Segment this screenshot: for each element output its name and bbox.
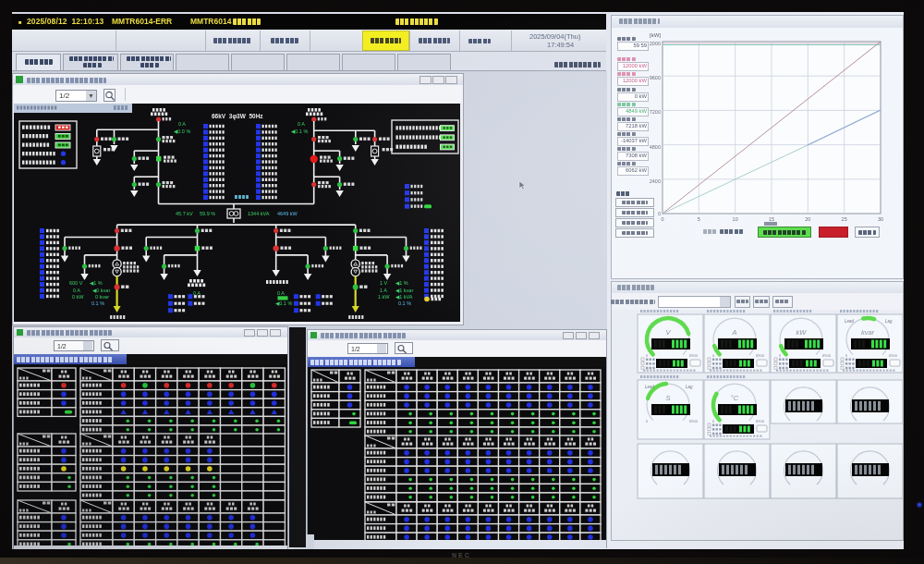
svg-text:0.1 %: 0.1 % bbox=[91, 300, 104, 306]
svg-text:6900: 6900 bbox=[689, 419, 699, 423]
svg-text:5: 5 bbox=[698, 216, 700, 222]
svg-text:600 V: 600 V bbox=[69, 280, 83, 286]
svg-text:10: 10 bbox=[733, 216, 738, 222]
svg-text:◀0.1 %: ◀0.1 % bbox=[291, 129, 308, 134]
svg-text:0 A: 0 A bbox=[193, 290, 201, 296]
svg-text:4800: 4800 bbox=[650, 144, 661, 150]
svg-text:0: 0 bbox=[661, 216, 663, 222]
svg-text:45.7 kV: 45.7 kV bbox=[176, 211, 193, 216]
svg-text:Lead: Lead bbox=[845, 319, 855, 324]
svg-text:0 kW: 0 kW bbox=[72, 294, 84, 300]
svg-text:Lag: Lag bbox=[885, 319, 893, 324]
svg-text:7200: 7200 bbox=[650, 109, 661, 115]
svg-text:0 A: 0 A bbox=[298, 121, 305, 127]
svg-text:A: A bbox=[731, 328, 736, 337]
svg-text:59.9 %: 59.9 % bbox=[200, 211, 215, 216]
svg-text:0 A: 0 A bbox=[178, 121, 186, 127]
svg-text:1344 kVA: 1344 kVA bbox=[248, 211, 270, 216]
svg-text:◀1 kvar: ◀1 kvar bbox=[395, 288, 413, 293]
svg-text:◀0.1 %: ◀0.1 % bbox=[275, 300, 292, 306]
svg-text:15: 15 bbox=[769, 216, 774, 222]
svg-text:25: 25 bbox=[842, 216, 847, 222]
svg-text:20: 20 bbox=[805, 216, 810, 222]
svg-text:0.1 %: 0.1 % bbox=[398, 300, 411, 306]
svg-text:kW: kW bbox=[796, 328, 808, 337]
svg-text:0 kvar: 0 kvar bbox=[95, 294, 109, 300]
svg-text:0 A: 0 A bbox=[73, 288, 80, 293]
svg-text:6900: 6900 bbox=[756, 353, 765, 358]
svg-text:0 A: 0 A bbox=[277, 290, 285, 296]
svg-text:6900: 6900 bbox=[756, 419, 765, 423]
svg-text:◀0 kvar: ◀0 kvar bbox=[92, 288, 110, 293]
svg-text:Lead: Lead bbox=[645, 385, 655, 389]
svg-text:S: S bbox=[665, 394, 670, 402]
svg-text:9600: 9600 bbox=[650, 75, 661, 80]
svg-text:◀1 %: ◀1 % bbox=[90, 280, 103, 286]
svg-text:6900: 6900 bbox=[889, 353, 898, 358]
svg-text:1 A: 1 A bbox=[380, 288, 387, 293]
svg-text:30: 30 bbox=[878, 216, 883, 222]
svg-text:[kW]: [kW] bbox=[650, 32, 661, 38]
svg-text:6900: 6900 bbox=[822, 353, 832, 358]
svg-text:°C: °C bbox=[731, 394, 739, 402]
svg-text:6900: 6900 bbox=[689, 353, 699, 358]
svg-text:66kV 3φ3W 50Hz: 66kV 3φ3W 50Hz bbox=[212, 113, 263, 120]
svg-text:4649 kW: 4649 kW bbox=[277, 211, 298, 216]
svg-text:Lag: Lag bbox=[686, 385, 693, 389]
svg-text:◀1 kVA: ◀1 kVA bbox=[395, 294, 413, 300]
svg-text:◀1 %: ◀1 % bbox=[395, 280, 408, 286]
svg-text:kvar: kvar bbox=[861, 328, 875, 337]
svg-text:1 kW: 1 kW bbox=[378, 294, 390, 300]
svg-text:1 V: 1 V bbox=[380, 280, 388, 286]
svg-text:2400: 2400 bbox=[650, 178, 661, 184]
svg-text:12000: 12000 bbox=[650, 41, 661, 46]
svg-text:◀0.0 %: ◀0.0 % bbox=[174, 129, 190, 134]
